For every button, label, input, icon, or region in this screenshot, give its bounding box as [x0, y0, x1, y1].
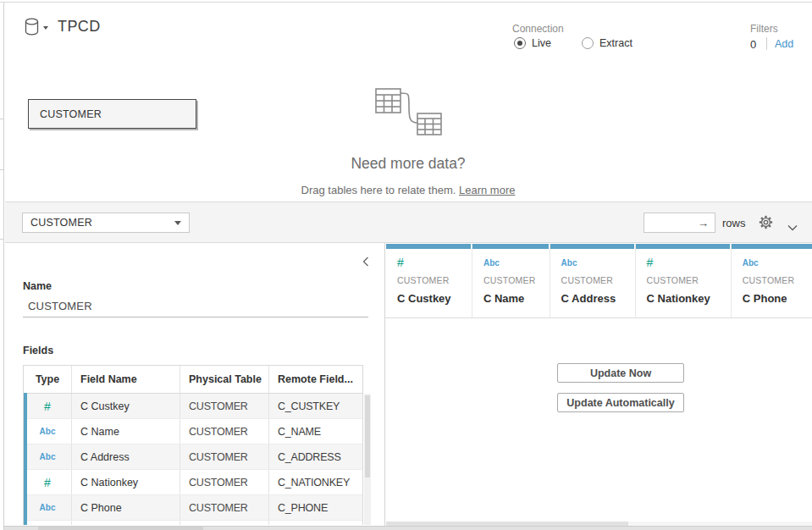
- enter-arrow-icon: →: [698, 217, 709, 229]
- remote-field-cell: C_CUSTKEY: [269, 394, 362, 418]
- empty-state-subtitle: Drag tables here to relate them. Learn m…: [0, 184, 812, 196]
- fields-label: Fields: [23, 345, 53, 356]
- grid-column-field-label[interactable]: C Custkey: [397, 292, 451, 305]
- field-type-icon: Abc: [40, 427, 56, 436]
- grid-column-header[interactable]: AbcCUSTOMERC Phone: [732, 244, 812, 317]
- grid-column-type-icon: Abc: [483, 258, 500, 268]
- physical-table-cell: CUSTOMER: [180, 444, 269, 469]
- field-type-icon: #: [44, 476, 51, 489]
- table-selector-value: CUSTOMER: [30, 217, 92, 229]
- database-icon[interactable]: [25, 18, 40, 40]
- fields-table-header: Type Field Name Physical Table Remote Fi…: [24, 366, 362, 394]
- field-name-cell[interactable]: C Address: [72, 444, 180, 469]
- chevron-down-icon[interactable]: [787, 219, 798, 235]
- field-type-icon: Abc: [40, 503, 56, 512]
- grid-column-table-label: CUSTOMER: [647, 275, 699, 285]
- datasource-menu-caret[interactable]: [43, 26, 48, 30]
- top-divider: [0, 2, 812, 3]
- radio-extract-icon[interactable]: [582, 37, 594, 49]
- gear-icon[interactable]: [759, 215, 773, 233]
- rows-count-input[interactable]: →: [644, 213, 715, 233]
- grid-column-type-icon: Abc: [743, 258, 759, 268]
- learn-more-link[interactable]: Learn more: [459, 184, 515, 196]
- remote-field-cell: C_NAME: [269, 419, 362, 444]
- field-type-icon: Abc: [40, 452, 56, 461]
- filters-label: Filters: [750, 23, 778, 35]
- grid-column-accent-bar: [636, 244, 730, 249]
- selected-table-accent-bar: [24, 393, 27, 525]
- bottom-scrollbar-band: [0, 526, 812, 530]
- left-pane-edge: [0, 3, 4, 530]
- left-pane-tick: [0, 239, 4, 240]
- field-name-cell[interactable]: C Name: [72, 419, 180, 444]
- grid-header-bottom-border: [385, 317, 812, 318]
- dropdown-caret-icon: [174, 221, 181, 225]
- field-name-cell[interactable]: C Nationkey: [72, 470, 180, 494]
- grid-column-field-label[interactable]: C Address: [561, 292, 616, 305]
- rows-label: rows: [722, 217, 745, 229]
- remote-field-cell: C_NATIONKEY: [269, 470, 362, 494]
- filters-divider: [766, 37, 767, 50]
- fields-table-row[interactable]: AbcC PhoneCUSTOMERC_PHONE: [24, 495, 362, 521]
- fields-table-scrollbar-thumb[interactable]: [365, 395, 370, 478]
- fields-table-scrollbar[interactable]: [364, 394, 371, 525]
- name-input[interactable]: CUSTOMER: [28, 300, 92, 312]
- grid-column-type-icon: #: [647, 256, 654, 269]
- update-automatically-button[interactable]: Update Automatically: [557, 393, 684, 412]
- fields-table-row[interactable]: AbcC AddressCUSTOMERC_ADDRESS: [24, 444, 362, 470]
- fields-table-row[interactable]: AbcC NameCUSTOMERC_NAME: [24, 419, 362, 444]
- table-selector-dropdown[interactable]: CUSTOMER: [22, 213, 190, 233]
- grid-column-table-label: CUSTOMER: [483, 275, 536, 285]
- remote-field-cell: [269, 521, 362, 525]
- bottom-scrollbar-thumb[interactable]: [38, 527, 203, 530]
- field-type-icon: #: [44, 400, 51, 413]
- radio-live-icon[interactable]: [514, 37, 526, 49]
- physical-table-cell: CUSTOMER: [180, 495, 269, 520]
- col-header-physical-table[interactable]: Physical Table: [180, 366, 269, 393]
- fields-table-row[interactable]: #C CustkeyCUSTOMERC_CUSTKEY: [24, 394, 362, 419]
- datasource-title[interactable]: TPCD: [58, 18, 101, 36]
- empty-state-title: Need more data?: [0, 155, 812, 173]
- empty-state-text: Drag tables here to relate them.: [301, 184, 456, 196]
- field-name-cell[interactable]: [72, 521, 180, 525]
- grid-column-accent-bar: [550, 244, 634, 249]
- connection-live-option[interactable]: Live: [514, 37, 551, 49]
- update-now-button[interactable]: Update Now: [557, 363, 684, 383]
- fields-table: Type Field Name Physical Table Remote Fi…: [23, 365, 363, 525]
- grid-column-type-icon: #: [397, 256, 404, 269]
- col-header-remote-field[interactable]: Remote Field...: [269, 366, 362, 393]
- connection-label: Connection: [512, 23, 564, 35]
- name-input-underline: [23, 317, 368, 317]
- left-pane-tick: [0, 169, 4, 170]
- collapse-panel-icon[interactable]: [362, 255, 369, 270]
- grid-column-type-icon: Abc: [561, 258, 577, 268]
- connection-extract-option[interactable]: Extract: [582, 37, 632, 49]
- filters-add-link[interactable]: Add: [775, 38, 793, 50]
- grid-column-header[interactable]: AbcCUSTOMERC Address: [550, 244, 636, 317]
- grid-column-field-label[interactable]: C Nationkey: [647, 292, 710, 305]
- radio-live-label: Live: [532, 37, 551, 49]
- field-name-cell[interactable]: C Phone: [72, 495, 180, 520]
- panel-divider[interactable]: [384, 243, 385, 526]
- grid-column-table-label: CUSTOMER: [743, 275, 795, 285]
- tableau-datasource-page: TPCD Connection Live Extract Filters 0 A…: [0, 0, 812, 530]
- radio-extract-label: Extract: [599, 37, 632, 49]
- fields-table-body: #C CustkeyCUSTOMERC_CUSTKEYAbcC NameCUST…: [24, 394, 362, 525]
- grid-column-accent-bar: [472, 244, 549, 249]
- grid-column-header[interactable]: #CUSTOMERC Nationkey: [636, 244, 732, 317]
- col-header-field-name[interactable]: Field Name: [72, 366, 180, 393]
- left-pane-tick: [0, 119, 4, 119]
- grid-column-accent-bar: [386, 244, 471, 249]
- grid-column-header[interactable]: AbcCUSTOMERC Name: [472, 244, 550, 317]
- remote-field-cell: C_ADDRESS: [269, 444, 362, 469]
- physical-table-cell: CUSTOMER: [180, 419, 269, 444]
- fields-table-row[interactable]: #C NationkeyCUSTOMERC_NATIONKEY: [24, 470, 362, 495]
- field-name-cell[interactable]: C Custkey: [72, 394, 180, 418]
- grid-column-field-label[interactable]: C Phone: [743, 292, 787, 305]
- col-header-type[interactable]: Type: [24, 366, 72, 393]
- fields-table-row[interactable]: [24, 521, 362, 525]
- name-label: Name: [23, 280, 52, 292]
- grid-column-field-label[interactable]: C Name: [483, 292, 524, 305]
- grid-column-header[interactable]: #CUSTOMERC Custkey: [386, 244, 472, 317]
- canvas-table-customer[interactable]: CUSTOMER: [28, 99, 196, 129]
